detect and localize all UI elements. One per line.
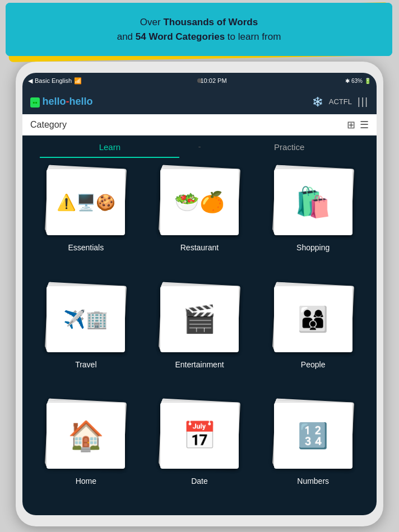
battery-icon: 🔋 bbox=[364, 78, 371, 84]
card-stack-travel bbox=[44, 284, 128, 357]
actfl-label: ACTFL bbox=[329, 97, 352, 106]
categories-grid: Essentials Restaurant bbox=[22, 158, 377, 515]
tablet-inner: ◀ Basic English 📶 10:02 PM ✱ 63% 🔋 ▪▪ he… bbox=[22, 73, 377, 515]
travel-label: Travel bbox=[75, 360, 96, 369]
status-right: ✱ 63% 🔋 bbox=[345, 78, 371, 84]
category-shopping[interactable]: Shopping bbox=[261, 167, 365, 273]
grid-view-icon[interactable]: ⊞ bbox=[347, 119, 355, 131]
wifi-icon: 📶 bbox=[74, 77, 82, 85]
view-icons: ⊞ ☰ bbox=[347, 119, 369, 131]
shopping-icon bbox=[295, 185, 331, 220]
numbers-label: Numbers bbox=[297, 477, 329, 486]
tablet-frame: ◀ Basic English 📶 10:02 PM ✱ 63% 🔋 ▪▪ he… bbox=[16, 62, 383, 526]
card-stack-people bbox=[271, 284, 355, 357]
date-label: Date bbox=[191, 477, 208, 486]
app-header: ▪▪ hello-hello ❄️ ACTFL ||| bbox=[22, 88, 377, 114]
travel-icon bbox=[63, 309, 108, 330]
status-left: ◀ Basic English 📶 bbox=[28, 77, 82, 85]
tab-learn[interactable]: Learn bbox=[22, 136, 197, 158]
category-travel[interactable]: Travel bbox=[34, 284, 138, 390]
category-restaurant[interactable]: Restaurant bbox=[147, 167, 252, 273]
date-icon bbox=[183, 420, 216, 451]
entertainment-icon bbox=[183, 304, 216, 335]
app-logo: ▪▪ hello-hello bbox=[30, 96, 93, 108]
carrier-label: Basic English bbox=[35, 77, 72, 84]
essentials-icon bbox=[57, 193, 115, 212]
carrier-icon: ◀ bbox=[28, 77, 33, 85]
card-stack-entertainment bbox=[157, 284, 242, 357]
numbers-icon bbox=[298, 421, 328, 450]
essentials-label: Essentials bbox=[68, 243, 104, 252]
entertainment-label: Entertainment bbox=[175, 360, 224, 369]
banner-text: Over Thousands of Words and 54 Word Cate… bbox=[6, 3, 392, 56]
tab-divider: - bbox=[197, 136, 202, 158]
card-stack-date bbox=[157, 400, 242, 473]
people-icon bbox=[298, 305, 328, 334]
actfl-icon: ❄️ bbox=[312, 96, 323, 107]
list-view-icon[interactable]: ☰ bbox=[360, 119, 369, 131]
card-stack-essentials bbox=[44, 167, 128, 240]
status-time: 10:02 PM bbox=[200, 77, 226, 84]
card-stack-home bbox=[44, 400, 128, 473]
card-stack-restaurant bbox=[157, 167, 242, 240]
header-right: ❄️ ACTFL ||| bbox=[312, 96, 369, 108]
home-icon bbox=[68, 419, 104, 453]
category-title: Category bbox=[30, 120, 67, 130]
shopping-label: Shopping bbox=[296, 243, 330, 252]
category-people[interactable]: People bbox=[261, 284, 365, 390]
card-stack-shopping bbox=[271, 167, 355, 240]
category-bar: Category ⊞ ☰ bbox=[22, 114, 377, 136]
category-essentials[interactable]: Essentials bbox=[34, 167, 138, 273]
people-label: People bbox=[301, 360, 326, 369]
tabs-bar: Learn - Practice bbox=[22, 136, 377, 158]
camera bbox=[197, 78, 202, 83]
category-numbers[interactable]: Numbers bbox=[261, 400, 365, 506]
restaurant-icon bbox=[174, 190, 225, 214]
battery-level: 63% bbox=[351, 78, 363, 84]
restaurant-label: Restaurant bbox=[180, 243, 219, 252]
menu-icon[interactable]: ||| bbox=[358, 96, 369, 108]
bluetooth-icon: ✱ bbox=[345, 78, 350, 84]
category-date[interactable]: Date bbox=[147, 400, 252, 506]
banner: Over Thousands of Words and 54 Word Cate… bbox=[0, 0, 399, 67]
home-label: Home bbox=[76, 477, 96, 486]
category-home[interactable]: Home bbox=[34, 400, 138, 506]
card-stack-numbers bbox=[271, 400, 355, 473]
tab-practice[interactable]: Practice bbox=[202, 136, 377, 158]
category-entertainment[interactable]: Entertainment bbox=[147, 284, 252, 390]
